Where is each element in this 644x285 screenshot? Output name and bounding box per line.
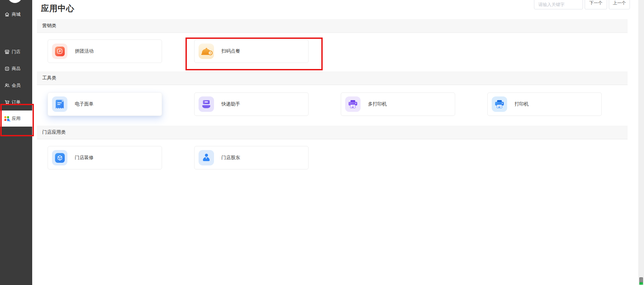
- card-row: 电子面单 快递助手 多打印机: [32, 85, 638, 126]
- group-buy-icon: [52, 44, 67, 59]
- express-helper-icon: [199, 96, 214, 112]
- browser-status-widget[interactable]: [639, 277, 643, 285]
- card-row: 拼团活动 扫码点餐: [32, 33, 638, 71]
- card-group-buy[interactable]: 拼团活动: [48, 40, 162, 63]
- card-printer[interactable]: 打印机: [487, 92, 602, 116]
- members-icon: [4, 83, 10, 88]
- sidebar-item-label: 门店: [12, 49, 20, 55]
- card-store-decor[interactable]: 门店装修: [48, 146, 162, 169]
- apps-grid-icon: [4, 116, 10, 122]
- card-express-helper[interactable]: 快递助手: [194, 92, 309, 116]
- sidebar-item-label: 商品: [12, 66, 20, 72]
- cart-icon: [4, 99, 10, 105]
- sidebar-item-mall[interactable]: 商城: [0, 7, 32, 22]
- scrollbar-track[interactable]: [638, 0, 644, 285]
- app-name: 多打印机: [368, 101, 387, 107]
- e-waybill-icon: [52, 96, 67, 112]
- section-tools: 工具类 电子面单 快递助手: [32, 71, 638, 126]
- sidebar-item-label: 会员: [12, 82, 20, 88]
- printer-icon: [492, 96, 507, 112]
- app-name: 电子面单: [75, 101, 94, 107]
- card-row: 门店装修 门店股东: [32, 139, 638, 178]
- app-sections: 营销类 拼团活动: [32, 19, 638, 178]
- section-title: 门店应用类: [42, 129, 66, 135]
- store-shareholder-icon: [199, 150, 214, 165]
- sidebar-item-orders[interactable]: 订单: [0, 95, 32, 110]
- section-title: 工具类: [42, 75, 56, 81]
- scan-order-icon: [199, 44, 214, 59]
- section-store-apps: 门店应用类 门店装修: [32, 126, 638, 178]
- section-header: 门店应用类: [37, 126, 628, 139]
- app-name: 门店股东: [221, 155, 240, 161]
- shop-logo-avatar[interactable]: [8, 0, 22, 3]
- app-name: 扫码点餐: [221, 48, 240, 54]
- main-content: 应用中心 下一个 上一个 营销类: [32, 0, 638, 285]
- app-name: 拼团活动: [75, 48, 94, 54]
- card-store-shareholder[interactable]: 门店股东: [194, 146, 309, 169]
- sidebar-item-members[interactable]: 会员: [0, 78, 32, 93]
- section-header: 营销类: [37, 19, 628, 33]
- card-multi-printer[interactable]: 多打印机: [341, 92, 455, 116]
- next-button[interactable]: 下一个: [585, 0, 607, 9]
- app-name: 快递助手: [221, 101, 240, 107]
- multi-printer-icon: [345, 96, 361, 112]
- storefront-icon: [4, 49, 10, 55]
- product-bag-icon: [4, 66, 10, 72]
- store-decor-icon: [52, 150, 67, 165]
- app-name: 门店装修: [75, 155, 94, 161]
- card-e-waybill[interactable]: 电子面单: [48, 92, 162, 116]
- sidebar-item-label: 订单: [12, 99, 20, 105]
- sidebar: 商城 门店 商品 会员: [0, 0, 32, 285]
- search-input[interactable]: [534, 0, 583, 9]
- sidebar-item-product[interactable]: 商品: [0, 61, 32, 76]
- section-header: 工具类: [37, 71, 628, 85]
- card-scan-order[interactable]: 扫码点餐: [194, 40, 309, 63]
- home-icon: [4, 12, 10, 17]
- app-name: 打印机: [515, 101, 529, 107]
- sidebar-item-apps[interactable]: 应用: [0, 111, 32, 127]
- sidebar-item-label: 商城: [12, 11, 20, 17]
- section-title: 营销类: [42, 23, 56, 29]
- section-marketing: 营销类 拼团活动: [32, 19, 638, 71]
- page-title: 应用中心: [41, 3, 74, 14]
- sidebar-item-label: 应用: [12, 116, 20, 122]
- sidebar-item-store[interactable]: 门店: [0, 45, 32, 59]
- prev-button[interactable]: 上一个: [609, 0, 630, 9]
